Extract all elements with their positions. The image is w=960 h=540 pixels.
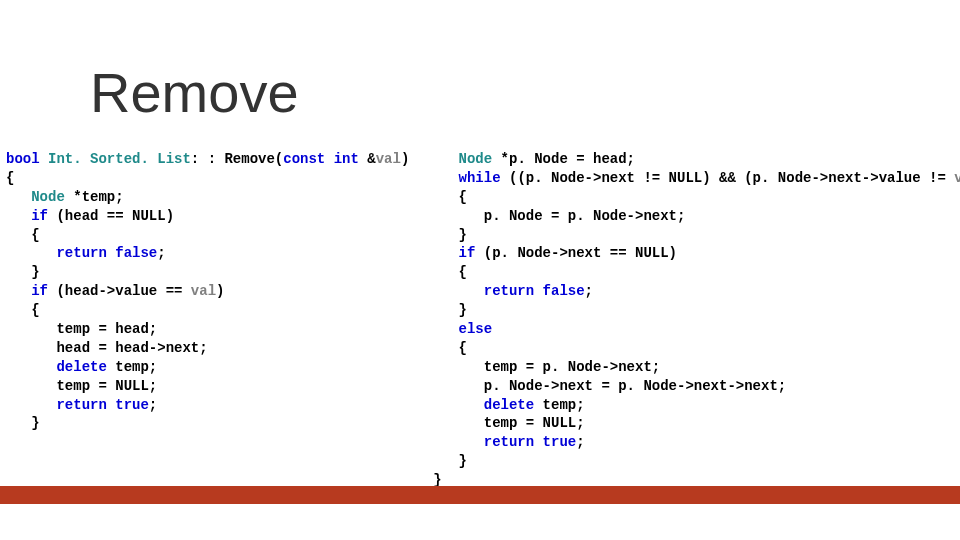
code-token: p. Node = p. Node->next; bbox=[484, 208, 686, 224]
code-token: } bbox=[31, 264, 39, 280]
code-token: delete bbox=[56, 359, 106, 375]
code-token: } bbox=[459, 302, 467, 318]
code-columns: bool Int. Sorted. List: : Remove(const i… bbox=[6, 150, 960, 490]
code-column-right: Node *p. Node = head; while ((p. Node->n… bbox=[433, 150, 960, 490]
code-line: } bbox=[433, 452, 960, 471]
code-token: { bbox=[31, 227, 39, 243]
code-token: *p. Node = head; bbox=[492, 151, 635, 167]
code-line: } bbox=[6, 263, 409, 282]
code-line: head = head->next; bbox=[6, 339, 409, 358]
code-line: { bbox=[433, 263, 960, 282]
code-token: (head->value == bbox=[48, 283, 191, 299]
code-token: temp; bbox=[107, 359, 157, 375]
code-token: (head == NULL) bbox=[48, 208, 174, 224]
code-line: delete temp; bbox=[6, 358, 409, 377]
code-token: temp; bbox=[534, 397, 584, 413]
code-line: return false; bbox=[433, 282, 960, 301]
code-token: head = head->next; bbox=[56, 340, 207, 356]
code-token: { bbox=[6, 170, 14, 186]
code-line: if (head == NULL) bbox=[6, 207, 409, 226]
code-token: (p. Node->next == NULL) bbox=[475, 245, 677, 261]
code-token: val bbox=[191, 283, 216, 299]
code-column-left: bool Int. Sorted. List: : Remove(const i… bbox=[6, 150, 409, 490]
code-token: { bbox=[459, 189, 467, 205]
code-token: { bbox=[459, 340, 467, 356]
code-line: temp = NULL; bbox=[433, 414, 960, 433]
code-token: false bbox=[115, 245, 157, 261]
code-token: } bbox=[31, 415, 39, 431]
code-token: val bbox=[376, 151, 401, 167]
code-token bbox=[107, 397, 115, 413]
code-line: temp = head; bbox=[6, 320, 409, 339]
accent-bar bbox=[0, 486, 960, 504]
slide-title: Remove bbox=[90, 60, 299, 125]
code-token: true bbox=[115, 397, 149, 413]
code-line: if (head->value == val) bbox=[6, 282, 409, 301]
code-token: true bbox=[543, 434, 577, 450]
code-token: ; bbox=[585, 283, 593, 299]
code-line: return true; bbox=[433, 433, 960, 452]
code-line: temp = NULL; bbox=[6, 377, 409, 396]
code-token: & bbox=[359, 151, 376, 167]
code-token: : : Remove( bbox=[191, 151, 283, 167]
code-token: else bbox=[459, 321, 493, 337]
code-line: Node *temp; bbox=[6, 188, 409, 207]
code-token: return bbox=[484, 434, 534, 450]
code-line: } bbox=[433, 301, 960, 320]
code-token bbox=[534, 434, 542, 450]
code-token: ) bbox=[401, 151, 409, 167]
code-line: return false; bbox=[6, 244, 409, 263]
code-token: const bbox=[283, 151, 325, 167]
code-token: { bbox=[31, 302, 39, 318]
code-token bbox=[40, 151, 48, 167]
code-token: val bbox=[954, 170, 960, 186]
code-line: p. Node = p. Node->next; bbox=[433, 207, 960, 226]
code-token: temp = NULL; bbox=[56, 378, 157, 394]
code-line: } bbox=[433, 226, 960, 245]
code-token: ((p. Node->next != NULL) && (p. Node->ne… bbox=[501, 170, 955, 186]
code-token: p. Node->next = p. Node->next->next; bbox=[484, 378, 786, 394]
code-token bbox=[325, 151, 333, 167]
code-line: { bbox=[433, 188, 960, 207]
code-token: *temp; bbox=[65, 189, 124, 205]
code-line: { bbox=[6, 301, 409, 320]
code-token: return bbox=[56, 245, 106, 261]
code-line: Node *p. Node = head; bbox=[433, 150, 960, 169]
code-line: temp = p. Node->next; bbox=[433, 358, 960, 377]
code-line: { bbox=[433, 339, 960, 358]
code-token: if bbox=[31, 208, 48, 224]
code-token: false bbox=[543, 283, 585, 299]
code-token: if bbox=[31, 283, 48, 299]
code-line: return true; bbox=[6, 396, 409, 415]
code-token: Int. Sorted. List bbox=[48, 151, 191, 167]
code-line: p. Node->next = p. Node->next->next; bbox=[433, 377, 960, 396]
code-line: bool Int. Sorted. List: : Remove(const i… bbox=[6, 150, 409, 169]
code-line: delete temp; bbox=[433, 396, 960, 415]
code-token: } bbox=[459, 227, 467, 243]
code-token: ; bbox=[149, 397, 157, 413]
code-token: while bbox=[459, 170, 501, 186]
code-token bbox=[107, 245, 115, 261]
code-token: return bbox=[484, 283, 534, 299]
code-token: int bbox=[334, 151, 359, 167]
code-token: ; bbox=[576, 434, 584, 450]
code-token: bool bbox=[6, 151, 40, 167]
code-token: delete bbox=[484, 397, 534, 413]
code-token: return bbox=[56, 397, 106, 413]
code-token: ; bbox=[157, 245, 165, 261]
code-token: if bbox=[459, 245, 476, 261]
code-line: { bbox=[6, 226, 409, 245]
code-token: temp = p. Node->next; bbox=[484, 359, 660, 375]
code-token bbox=[534, 283, 542, 299]
code-line: else bbox=[433, 320, 960, 339]
code-line: } bbox=[6, 414, 409, 433]
code-token: Node bbox=[459, 151, 493, 167]
code-token: Node bbox=[31, 189, 65, 205]
code-line: { bbox=[6, 169, 409, 188]
code-token: temp = head; bbox=[56, 321, 157, 337]
code-line: while ((p. Node->next != NULL) && (p. No… bbox=[433, 169, 960, 188]
code-line: if (p. Node->next == NULL) bbox=[433, 244, 960, 263]
code-token: { bbox=[459, 264, 467, 280]
code-token: temp = NULL; bbox=[484, 415, 585, 431]
code-token: } bbox=[459, 453, 467, 469]
